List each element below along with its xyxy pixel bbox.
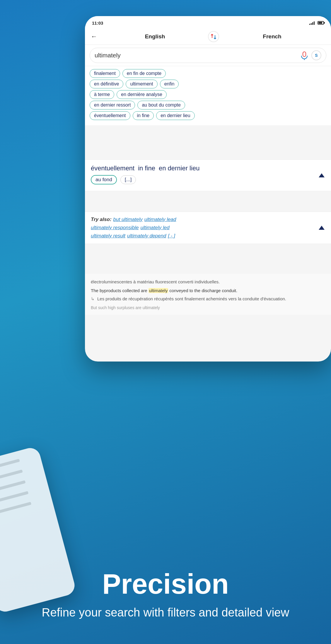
example-above-text: électroluminescentes à matériau fluoresc…: [91, 278, 325, 285]
highlight-ultimately: ultimately: [149, 288, 168, 293]
microphone-icon[interactable]: [300, 51, 309, 60]
chip-au-bout-du-compte[interactable]: au bout du compte: [137, 101, 185, 109]
svg-rect-0: [303, 52, 306, 56]
chips-row-2: en définitive ultimement enfin: [90, 80, 326, 88]
chip-en-fin-de-compte[interactable]: en fin de compte: [122, 69, 166, 78]
chip-eventuellement[interactable]: éventuellement: [90, 111, 130, 120]
try-also-ultimately-responsible[interactable]: ultimately responsible: [91, 225, 139, 231]
precision-section: Precision Refine your search with filter…: [0, 551, 331, 644]
search-input[interactable]: ultimately: [95, 52, 300, 59]
example-sentence-2-partial: But such high surpluses are ultimately: [91, 305, 325, 310]
chip-en-derniere-analyse[interactable]: en dernière analyse: [117, 90, 167, 99]
status-icons: [309, 21, 324, 25]
signal-bars-icon: [309, 21, 315, 25]
chips-area: finalement en fin de compte en définitiv…: [85, 66, 331, 125]
source-language[interactable]: English: [102, 33, 208, 40]
precision-subtitle: Refine your search with filters and deta…: [23, 604, 308, 621]
try-also-minus[interactable]: [ - ]: [168, 233, 175, 239]
status-bar: 11:03: [85, 16, 331, 28]
try-also-ultimately-result[interactable]: ultimately result: [91, 233, 125, 239]
try-also-card: Try also: but ultimately ultimately lead…: [85, 212, 331, 244]
examples-area: électroluminescentes à matériau fluoresc…: [85, 274, 331, 315]
swap-languages-button[interactable]: [208, 31, 219, 42]
try-also-collapse-arrow[interactable]: [319, 226, 325, 230]
try-also-but-ultimately[interactable]: but ultimately: [113, 217, 143, 222]
main-phone: 11:03 ← English French ultimatel: [85, 16, 331, 362]
try-also-label: Try also:: [91, 217, 112, 222]
collapse-arrow[interactable]: [319, 173, 325, 177]
expanded-eventuellement[interactable]: éventuellement: [91, 165, 134, 172]
chip-a-terme[interactable]: à terme: [90, 90, 114, 99]
target-language[interactable]: French: [219, 33, 325, 40]
chips-row-4: en dernier ressort au bout du compte: [90, 101, 326, 109]
battery-icon: [318, 21, 324, 25]
expanded-card: éventuellement in fine en dernier lieu a…: [85, 160, 331, 191]
chips-row-5: éventuellement in fine en dernier lieu: [90, 111, 326, 120]
chip-en-dernier-ressort[interactable]: en dernier ressort: [90, 101, 135, 109]
expanded-more[interactable]: [...]: [120, 175, 136, 184]
chips-row-3: à terme en dernière analyse: [90, 90, 326, 99]
example-sentence-1: The byproducts collected are ultimately …: [91, 287, 325, 294]
example-translation-1: ↳ Les produits de récupération récupérés…: [91, 295, 325, 302]
expanded-en-dernier-lieu[interactable]: en dernier lieu: [159, 165, 199, 172]
chip-finalement[interactable]: finalement: [90, 69, 120, 78]
s-badge[interactable]: S: [311, 50, 321, 60]
status-time: 11:03: [92, 20, 103, 25]
chip-en-dernier-lieu[interactable]: en dernier lieu: [156, 111, 194, 120]
chip-enfin[interactable]: enfin: [160, 80, 179, 88]
chip-en-definitive[interactable]: en définitive: [90, 80, 123, 88]
try-also-ultimately-depend[interactable]: ultimately depend: [127, 233, 166, 239]
expanded-au-fond[interactable]: au fond: [91, 175, 117, 184]
chip-ultimement[interactable]: ultimement: [126, 80, 157, 88]
expanded-in-fine[interactable]: in fine: [138, 165, 155, 172]
search-box[interactable]: ultimately S: [90, 48, 326, 63]
chip-in-fine[interactable]: in fine: [133, 111, 154, 120]
chips-row-1: finalement en fin de compte: [90, 69, 326, 78]
nav-bar: ← English French: [85, 28, 331, 45]
try-also-ultimately-led[interactable]: ultimately led: [140, 225, 169, 231]
search-area: ultimately S: [85, 45, 331, 66]
back-button[interactable]: ←: [91, 33, 97, 40]
precision-title: Precision: [23, 568, 308, 600]
swap-icon: [210, 33, 217, 40]
try-also-ultimately-lead[interactable]: ultimately lead: [144, 217, 176, 222]
